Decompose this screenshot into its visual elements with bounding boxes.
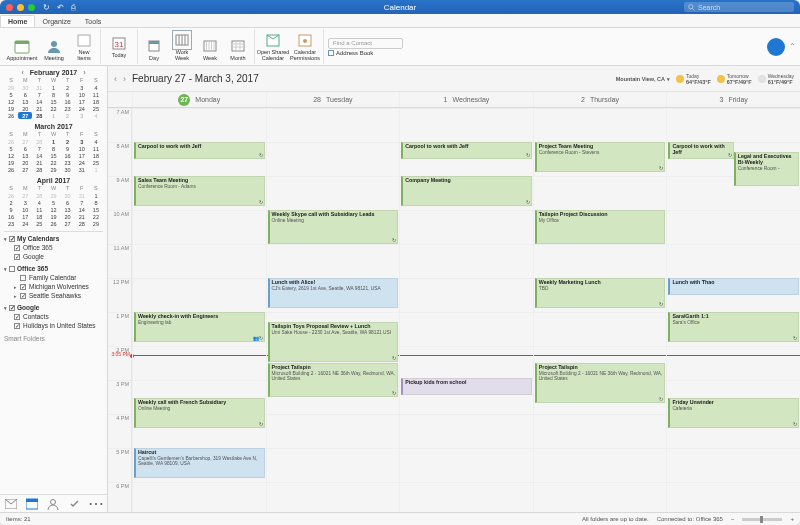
col-wed[interactable]: Carpool to work with Jeff↻ Company Meeti… [399,108,533,512]
weather-location[interactable]: Mountain View, CA▾ [616,76,670,82]
group-google[interactable]: ▾Google [4,303,103,312]
quick-toolbar: ↻ ↶ ⎙ [43,3,76,12]
cal-seahawks[interactable]: ▸Seattle Seahawks [4,291,103,300]
day-thu[interactable]: 2Thursday [533,92,667,107]
event-tue-lunch[interactable]: Lunch with Alice!CJ's Eatery, 2619 1st A… [268,278,399,308]
svg-point-0 [689,4,693,8]
tab-tools[interactable]: Tools [78,16,108,27]
calendar-list: ▾My Calendars Office 365 Google ▾Office … [4,231,103,343]
event-mon-sales[interactable]: Sales Team MeetingConference Room - Adam… [134,176,265,206]
cal-holidays[interactable]: Holidays in United States [4,321,103,330]
minical-apr-title: April 2017 [37,177,70,184]
tab-home[interactable]: Home [0,15,35,27]
work-week-button[interactable]: Work Week [170,31,194,62]
col-fri[interactable]: Carpool to work with Jeff↻ Legal and Exe… [666,108,800,512]
event-tue-review[interactable]: Tailspin Toys Proposal Review + LunchUmi… [268,322,399,362]
print-icon[interactable]: ⎙ [71,3,76,12]
week-label: Week [203,56,217,62]
col-mon[interactable]: Carpool to work with Jeff↻ Sales Team Me… [132,108,266,512]
event-wed-company[interactable]: Company Meeting↻ [401,176,532,206]
prev-month-icon[interactable]: ‹ [21,69,23,76]
meeting-button[interactable]: Meeting [40,31,68,62]
today-button[interactable]: 31Today [105,34,133,59]
minical-apr[interactable]: April 2017 SMTWTFS2627282930311234567891… [4,177,103,227]
event-thu-disc[interactable]: Tailspin Project DiscussionMy Office [535,210,666,244]
col-tue[interactable]: Weekly Skype call with Subsidiary LeadsO… [266,108,400,512]
calendar-icon [14,38,30,54]
svg-point-26 [303,39,307,43]
status-items: Items: 21 [6,516,31,522]
day-wed[interactable]: 1Wednesday [399,92,533,107]
open-shared-button[interactable]: Open Shared Calendar [259,31,287,62]
month-label: Month [230,56,245,62]
find-contact-input[interactable]: Find a Contact [328,38,403,49]
month-view-button[interactable]: Month [226,31,250,62]
user-avatar[interactable] [767,38,785,56]
zoom-slider[interactable] [742,518,782,521]
event-fri-legal[interactable]: Legal and Executives Bi-WeeklyConference… [734,152,799,186]
event-thu-team[interactable]: Project Team MeetingConference Room - St… [535,142,666,172]
zoom-window-icon[interactable] [28,4,35,11]
cal-contacts[interactable]: Contacts [4,312,103,321]
event-fri-unwind[interactable]: Friday UnwinderCafeteria↻ [668,398,799,428]
event-thu-project[interactable]: Project TailspinMicrosoft Building 2 - 1… [535,363,666,403]
event-thu-market[interactable]: Weekly Marketing LunchTBD↻ [535,278,666,308]
status-bar: Items: 21 All folders are up to date. Co… [0,512,800,525]
day-view-button[interactable]: Day [142,31,166,62]
event-tue-project[interactable]: Project TailspinMicrosoft Building 2 - 1… [268,363,399,397]
new-items-label: New Items [77,50,90,62]
minimize-window-icon[interactable] [17,4,24,11]
more-nav-icon[interactable]: ⋯ [90,498,102,510]
minical-feb[interactable]: ‹February 2017› SMTWTFS29303112345678910… [4,69,103,119]
cloud-icon [758,75,766,83]
cal-office365[interactable]: Office 365 [4,243,103,252]
undo-icon[interactable]: ↶ [57,3,64,12]
event-fri-carpool[interactable]: Carpool to work with Jeff↻ [668,142,733,159]
event-mon-french[interactable]: Weekly call with French SubsidiaryOnline… [134,398,265,428]
close-window-icon[interactable] [6,4,13,11]
search-input[interactable]: Search [684,2,794,12]
group-office365[interactable]: ▾Office 365 [4,264,103,273]
event-mon-eng[interactable]: Weekly check-in with EngineersEngineerin… [134,312,265,342]
cal-family[interactable]: ▸Family Calendar [4,273,103,282]
event-fri-thao[interactable]: Lunch with Thao [668,278,799,295]
group-my-calendars[interactable]: ▾My Calendars [4,234,103,243]
cal-michigan[interactable]: ▸Michigan Wolverines [4,282,103,291]
ribbon-collapse-icon[interactable]: ⌃ [789,42,796,51]
new-items-button[interactable]: New Items [72,31,96,62]
zoom-in-icon[interactable]: + [790,516,794,522]
minical-mar[interactable]: March 2017 SMTWTFS2627281234567891011121… [4,123,103,173]
address-book-button[interactable]: Address Book [328,50,403,56]
people-nav-icon[interactable] [47,498,59,510]
calendar-permissions-button[interactable]: Calendar Permissions [291,31,319,62]
smart-folders[interactable]: Smart Folders [4,334,103,343]
calendar-nav-icon[interactable] [26,498,38,510]
sync-icon[interactable]: ↻ [43,3,50,12]
event-tue-skype[interactable]: Weekly Skype call with Subsidiary LeadsO… [268,210,399,244]
zoom-out-icon[interactable]: − [731,516,735,522]
nav-switcher: ⋯ [0,494,108,512]
weather-tomorrow: Tomorrow67°F/49°F [717,73,752,85]
svg-rect-9 [149,41,159,44]
event-wed-carpool[interactable]: Carpool to work with Jeff↻ [401,142,532,159]
col-thu[interactable]: Project Team MeetingConference Room - St… [533,108,667,512]
cal-google[interactable]: Google [4,252,103,261]
mail-nav-icon[interactable] [5,498,17,510]
calendar-grid[interactable]: 7 AM8 AM9 AM10 AM11 AM12 PM1 PM2 PM3 PM4… [108,108,800,512]
appointment-button[interactable]: Appointment [8,31,36,62]
event-mon-haircut[interactable]: HaircutCapelli's Gentlemen's Barbershop,… [134,448,265,478]
next-week-icon[interactable]: › [123,74,126,84]
day-tue[interactable]: 28Tuesday [266,92,400,107]
next-month-icon[interactable]: › [83,69,85,76]
tasks-nav-icon[interactable] [69,498,81,510]
day-fri[interactable]: 3Friday [666,92,800,107]
prev-week-icon[interactable]: ‹ [114,74,117,84]
event-mon-carpool[interactable]: Carpool to work with Jeff↻ [134,142,265,159]
tab-organize[interactable]: Organize [35,16,77,27]
week-icon [203,39,217,53]
search-placeholder: Search [698,4,720,11]
week-view-button[interactable]: Week [198,31,222,62]
event-wed-pickup[interactable]: Pickup kids from school [401,378,532,395]
day-mon[interactable]: 27Monday [132,92,266,107]
event-fri-sara[interactable]: Sara/Garth 1:1Sara's Office↻ [668,312,799,342]
